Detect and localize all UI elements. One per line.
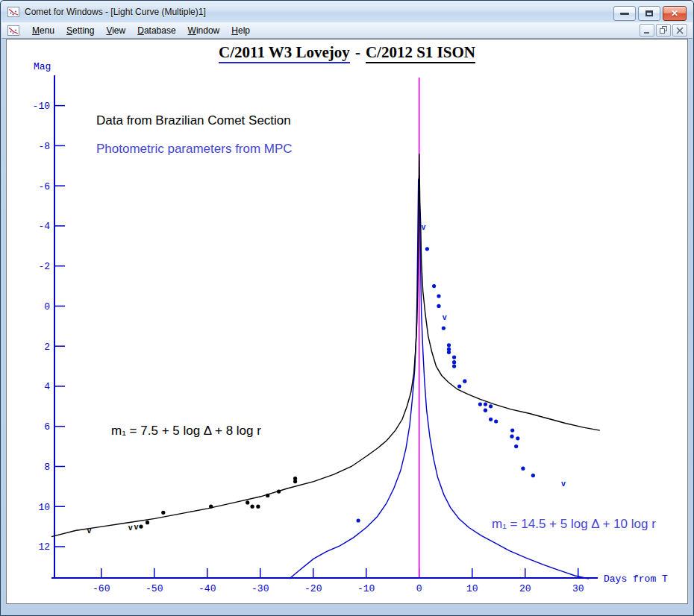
mdi-window-controls xyxy=(640,24,687,37)
menu-bar: MenuSettingViewDatabaseWindowHelp xyxy=(1,22,693,39)
y-tick-label: -8 xyxy=(38,141,50,152)
data-point xyxy=(251,505,254,509)
x-tick-label: 20 xyxy=(519,583,531,594)
close-icon: ✕ xyxy=(671,9,678,18)
data-point xyxy=(484,403,487,406)
y-tick-label: -4 xyxy=(38,221,50,232)
x-tick-label: 0 xyxy=(416,583,422,594)
data-point xyxy=(432,284,436,288)
x-tick-label: -50 xyxy=(146,583,163,594)
mdi-restore-icon xyxy=(660,26,668,34)
data-point xyxy=(516,436,519,440)
maximize-icon xyxy=(645,10,653,16)
x-tick-label: -10 xyxy=(357,583,375,594)
close-button[interactable]: ✕ xyxy=(663,6,687,21)
y-tick-label: -2 xyxy=(38,261,50,272)
data-point xyxy=(484,409,487,412)
minimize-button[interactable] xyxy=(613,6,636,21)
y-tick-label: 8 xyxy=(44,462,50,473)
mdi-close-button[interactable] xyxy=(672,24,687,37)
data-point xyxy=(514,444,518,448)
x-tick-label: -30 xyxy=(251,583,269,594)
data-point xyxy=(293,480,297,483)
model-curve-lovejoy xyxy=(51,154,600,537)
y-tick-label: 2 xyxy=(44,342,50,353)
equation-lovejoy: m₁ = 7.5 + 5 log Δ + 8 log r xyxy=(111,424,261,438)
data-point xyxy=(357,518,360,522)
data-point xyxy=(478,403,482,406)
data-point xyxy=(442,326,446,330)
mdi-child-icon[interactable] xyxy=(7,25,19,36)
chart-title-lovejoy: C/2011 W3 Lovejoy xyxy=(219,43,350,63)
data-point xyxy=(146,521,149,524)
data-point xyxy=(510,435,513,439)
mdi-close-icon xyxy=(676,27,684,34)
data-point xyxy=(246,500,249,504)
mdi-minimize-button[interactable] xyxy=(640,24,654,37)
v-marker: v xyxy=(421,224,425,232)
light-curve-canvas: Mag Days from T Data from Brazilian Come… xyxy=(6,39,688,604)
window-controls: ✕ xyxy=(613,6,687,21)
menu-item-database[interactable]: Database xyxy=(131,23,181,38)
data-point xyxy=(425,247,429,251)
data-point xyxy=(447,351,451,354)
title-bar[interactable]: Comet for Windows - [Light Curve (Multip… xyxy=(1,1,693,22)
annotation-data-source: Data from Brazilian Comet Section xyxy=(96,113,291,128)
menu-item-view[interactable]: View xyxy=(100,23,131,38)
menu-item-help[interactable]: Help xyxy=(225,23,256,38)
y-tick-label: 12 xyxy=(38,541,50,553)
data-point xyxy=(452,365,456,368)
light-curve-chart: Mag Days from T Data from Brazilian Come… xyxy=(7,40,687,603)
v-marker: v xyxy=(561,480,566,488)
y-tick-label: -6 xyxy=(38,181,50,192)
menu-item-setting[interactable]: Setting xyxy=(60,23,100,38)
data-point xyxy=(277,490,281,494)
app-icon xyxy=(7,7,19,17)
menu-item-window[interactable]: Window xyxy=(182,23,226,38)
minimize-icon xyxy=(620,13,629,15)
y-tick-label: 0 xyxy=(44,301,50,312)
v-marker: v xyxy=(443,314,447,322)
window-title: Comet for Windows - [Light Curve (Multip… xyxy=(25,7,206,17)
data-point xyxy=(489,418,493,421)
v-marker: v xyxy=(87,527,91,535)
data-point xyxy=(447,343,451,347)
menu-items: MenuSettingViewDatabaseWindowHelp xyxy=(26,23,256,38)
data-point xyxy=(256,505,260,509)
data-point xyxy=(266,494,269,497)
y-axis-title: Mag xyxy=(34,61,51,72)
data-point xyxy=(494,419,498,423)
maximize-button[interactable] xyxy=(638,6,660,21)
data-point xyxy=(531,474,535,477)
y-tick-label: 10 xyxy=(38,502,50,513)
y-tick-label: 4 xyxy=(44,381,50,392)
equation-ison: m₁ = 14.5 + 5 log Δ + 10 log r xyxy=(492,517,656,531)
v-marker: v xyxy=(128,524,133,532)
data-point xyxy=(521,467,525,471)
data-point xyxy=(452,360,456,364)
x-axis-title: Days from T xyxy=(604,573,668,585)
data-point xyxy=(457,384,461,388)
x-tick-label: -20 xyxy=(304,583,322,594)
chart-title-ison: C/2012 S1 ISON xyxy=(366,43,475,63)
data-point xyxy=(139,525,143,529)
y-tick-label: -10 xyxy=(33,101,50,112)
chart-title: C/2011 W3 Lovejoy-C/2012 S1 ISON xyxy=(7,43,687,62)
data-point xyxy=(209,505,213,509)
chart-title-separator: - xyxy=(355,43,360,61)
x-tick-label: -60 xyxy=(93,583,110,594)
mdi-minimize-icon xyxy=(643,27,651,34)
data-point xyxy=(452,355,456,359)
data-point xyxy=(510,429,514,433)
x-tick-label: 30 xyxy=(572,583,584,594)
menu-item-menu[interactable]: Menu xyxy=(26,23,60,38)
data-point xyxy=(161,511,165,515)
v-marker: v xyxy=(134,524,139,532)
mdi-restore-button[interactable] xyxy=(656,24,671,37)
data-point xyxy=(489,404,493,408)
y-tick-label: 6 xyxy=(44,421,50,433)
data-point xyxy=(437,294,440,298)
x-tick-label: 10 xyxy=(466,583,478,594)
data-point xyxy=(463,380,466,383)
x-tick-label: -40 xyxy=(198,583,216,594)
